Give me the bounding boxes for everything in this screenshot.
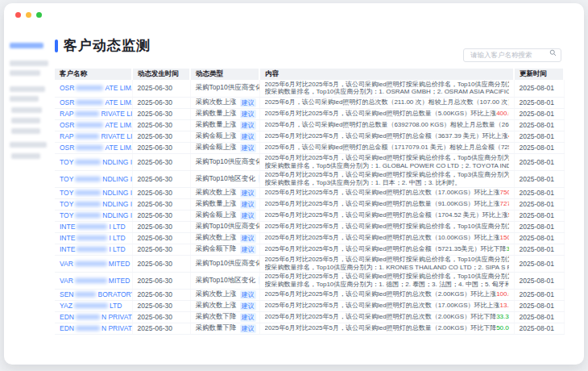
dynamic-type-label: 采购次数上涨 <box>196 301 237 311</box>
suggestion-link[interactable]: 建议 <box>240 144 256 152</box>
content-text: 按采购数量排名，Top10供应商分别为：1. KRONES THAILAND C… <box>265 264 509 271</box>
dynamic-type-label: 采购数量上涨 <box>196 199 237 209</box>
dynamic-type-cell: 采购次数上涨建议 <box>190 289 259 300</box>
sidebar-item[interactable] <box>10 142 47 148</box>
suggestion-link[interactable]: 建议 <box>240 313 256 322</box>
customer-name-link[interactable]: VARMITED <box>60 277 130 285</box>
content-text: 按采购数量排名，Top10供应商分别为：1. 德国；2. 泰国；3. 法国；4.… <box>265 281 509 288</box>
suggestion-link[interactable]: 建议 <box>240 324 256 333</box>
customer-name-cell: TOYNDLING I... <box>55 170 132 187</box>
customer-name-link[interactable]: OSRATE LIM... <box>60 144 132 152</box>
customer-name-link[interactable]: TOYNDLING I... <box>60 200 132 208</box>
customer-name-link[interactable]: INTEI LTD <box>60 234 126 242</box>
redacted-name-segment <box>76 123 103 127</box>
customer-name-link[interactable]: TOYNDLING I... <box>60 158 132 166</box>
dynamic-type-label: 采购数量上涨 <box>196 109 237 119</box>
customer-name-link[interactable]: RAPRIVATE LI... <box>60 110 132 118</box>
content-cell: 2025年6月对比2025年5月，该公司采购led照明灯的总数量（2.00KGS… <box>259 323 514 334</box>
customer-name-link[interactable]: SENBORATORY <box>60 290 132 298</box>
customer-name-link[interactable]: OSRATE LIM... <box>60 98 132 106</box>
customer-name-link[interactable]: YAZLTD <box>60 302 122 310</box>
sidebar-item[interactable] <box>11 107 42 113</box>
sidebar-item[interactable] <box>11 118 40 123</box>
customer-name-link[interactable]: VARMITED <box>60 260 130 268</box>
customer-name-link[interactable]: OSRATE LIM... <box>60 84 132 92</box>
dynamic-type-cell: 采购次数上涨建议 <box>190 187 259 198</box>
sidebar-item-active[interactable] <box>10 43 43 48</box>
redacted-name-segment <box>75 213 101 218</box>
content-text: 2025年6月，该公司采购led照明灯的总金额（1717079.01 美元）相较… <box>265 144 509 151</box>
suggestion-link[interactable]: 建议 <box>240 234 256 243</box>
customer-name-link[interactable]: TOYNDLING I... <box>60 175 132 183</box>
updated-date: 2025-08-01 <box>514 187 564 198</box>
suggestion-link[interactable]: 建议 <box>240 132 256 141</box>
sidebar-item[interactable] <box>11 128 40 134</box>
search-input[interactable] <box>463 48 561 62</box>
suggestion-link[interactable]: 建议 <box>240 121 256 130</box>
redacted-name-segment <box>75 160 101 165</box>
updated-date: 2025-08-01 <box>514 323 564 334</box>
content-line: 2025年6月，该公司采购led照明灯的总次数（211.00 次）相较上月总次数… <box>265 98 509 106</box>
redacted-name-segment <box>75 177 101 181</box>
redacted-name-segment <box>76 100 103 105</box>
content-cell: 2025年6月对比2025年5月，该公司采购led照明灯的总次数（17.00KG… <box>259 187 514 198</box>
customer-name-link[interactable]: TOYNDLING I... <box>60 211 132 219</box>
content-cell: 2025年6月对比2025年5月，该公司采购led照明灯按采购总价排名，Top3… <box>259 170 514 187</box>
dynamic-date: 2025-06-30 <box>132 131 190 142</box>
sidebar-item[interactable] <box>10 70 40 76</box>
content-text: 2025年6月，该公司采购led照明灯的总次数（211.00 次）相较上月总次数… <box>265 98 509 106</box>
suggestion-link[interactable]: 建议 <box>240 290 256 299</box>
table-header-row: 客户名称 动态发生时间 动态类型 内容 更新时间 <box>55 69 564 80</box>
content-cell: 2025年6月对比2025年5月，该公司采购led照明灯的总金额（5721.35… <box>259 244 514 255</box>
header-customer-name: 客户名称 <box>55 69 132 80</box>
content-cell: 2025年6月对比2025年5月，该公司采购led照明灯的总次数（2.00KGS… <box>259 289 514 300</box>
suggestion-link[interactable]: 建议 <box>240 189 256 198</box>
suggestion-link[interactable]: 建议 <box>240 211 256 220</box>
change-percent: 13.33% <box>500 302 509 309</box>
content-cell: 2025年6月对比2025年5月，该公司采购led照明灯的总次数（17.00KG… <box>259 300 514 311</box>
redacted-name-segment <box>74 303 108 308</box>
updated-date: 2025-08-01 <box>514 119 564 131</box>
customer-name-link[interactable]: OSRATE LIM... <box>60 121 132 129</box>
customer-name-link[interactable]: RAPRIVATE LI... <box>60 132 132 140</box>
content-line: 按采购数量排名，Top10供应商分别为：1. 德国；2. 泰国；3. 法国；4.… <box>265 281 509 289</box>
sidebar-item[interactable] <box>10 60 48 66</box>
dynamic-type-label: 采购金额上涨 <box>196 211 237 220</box>
content-text: 2025年6月对比2025年5月，该公司采购led照明灯按采购总价排名，Top1… <box>265 81 509 88</box>
dynamic-type-cell: 采购金额上涨建议 <box>190 131 259 142</box>
redacted-name-segment <box>76 315 100 319</box>
sidebar <box>4 3 56 365</box>
customer-name-link[interactable]: INTEI LTD <box>60 245 126 253</box>
dynamic-type-label: 采购Top10供应商变化 <box>196 259 260 269</box>
customer-name-cell: SENBORATORY <box>55 289 132 300</box>
content-line: 2025年6月对比2025年5月，该公司采购led照明灯的总数量（2.00KGS… <box>265 324 509 332</box>
content-text: 2025年6月对比2025年5月，该公司采购led照明灯的总次数（2.00KGS… <box>265 313 497 320</box>
updated-date: 2025-08-01 <box>514 244 564 255</box>
customer-name-link[interactable]: INTEI LTD <box>60 223 126 231</box>
content-text: 2025年6月对比2025年5月，该公司采购led照明灯的总次数（2.00KGS… <box>265 290 497 298</box>
dynamic-type-cell: 采购数量上涨建议 <box>190 198 259 210</box>
content-line: 2025年6月对比2025年5月，该公司采购led照明灯按采购总价排名，Top1… <box>265 81 509 89</box>
sidebar-item[interactable] <box>11 153 40 159</box>
customer-name-link[interactable]: TOYNDLING I... <box>60 189 132 197</box>
dynamic-type-label: 采购Top10地区变化 <box>196 174 255 184</box>
customer-name-link[interactable]: EDNN PRIVAT... <box>60 313 132 321</box>
content-text: 2025年6月对比2025年5月，该公司采购led照明灯的总数量（2.00KGS… <box>265 324 497 331</box>
dynamic-date: 2025-06-30 <box>132 97 190 108</box>
customer-name-cell: TOYNDLING I... <box>55 198 132 210</box>
change-percent: 150.00% <box>500 234 509 241</box>
content-line: 按采购数量排名，Top5供应商分别为：1. GLOBAL POWER CO LT… <box>265 162 509 170</box>
dynamic-type-label: 采购Top10供应商变化 <box>196 157 260 167</box>
suggestion-link[interactable]: 建议 <box>240 98 256 107</box>
dynamic-type-cell: 采购Top10供应商变化建议 <box>190 80 259 97</box>
redacted-name-segment <box>75 134 99 139</box>
sidebar-item[interactable] <box>10 96 39 102</box>
suggestion-link[interactable]: 建议 <box>240 200 256 209</box>
suggestion-link[interactable]: 建议 <box>240 245 256 254</box>
suggestion-link[interactable]: 建议 <box>240 110 256 119</box>
updated-date: 2025-08-01 <box>514 170 564 187</box>
customer-name-link[interactable]: EDNN PRIVAT... <box>60 324 132 332</box>
suggestion-link[interactable]: 建议 <box>240 302 256 311</box>
sidebar-item[interactable] <box>10 86 45 92</box>
content-cell: 2025年6月，该公司采购led照明灯的总金额（1717079.01 美元）相较… <box>259 142 514 153</box>
